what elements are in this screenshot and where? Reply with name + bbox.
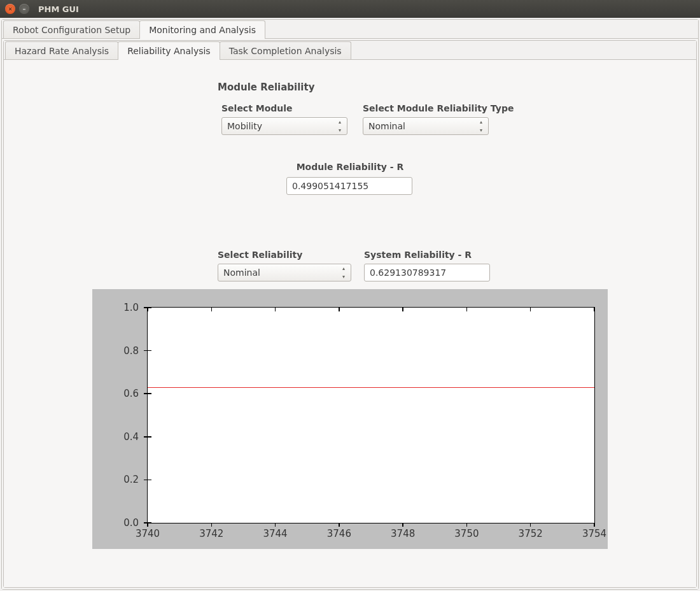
chart-x-tick-label: 3752	[519, 528, 543, 539]
inner-tabstrip: Hazard Rate Analysis Reliability Analysi…	[4, 41, 696, 60]
combo-value: Nominal	[223, 267, 260, 278]
select-module-combo[interactable]: Mobility	[221, 117, 347, 135]
chart-x-tick-label: 3744	[263, 528, 287, 539]
chevron-updown-icon	[339, 266, 348, 280]
system-r-value-field[interactable]: 0.629130789317	[364, 264, 490, 281]
tab-hazard-rate[interactable]: Hazard Rate Analysis	[5, 41, 118, 59]
chart-y-tick-label: 0.0	[123, 517, 139, 529]
entry-value: 0.499051417155	[292, 181, 368, 191]
module-r-label: Module Reliability - R	[286, 162, 414, 172]
tab-monitoring-analysis[interactable]: Monitoring and Analysis	[139, 20, 265, 39]
tab-reliability[interactable]: Reliability Analysis	[118, 41, 220, 60]
tab-label: Monitoring and Analysis	[149, 25, 256, 35]
select-reliability-label: Select Reliability	[218, 250, 351, 260]
tab-label: Reliability Analysis	[127, 46, 211, 56]
entry-value: 0.629130789317	[370, 267, 446, 278]
chart-series-line	[148, 387, 594, 388]
system-r-label: System Reliability - R	[364, 250, 490, 260]
chevron-updown-icon	[335, 119, 344, 133]
combo-value: Nominal	[368, 121, 405, 131]
window-title: PHM GUI	[38, 4, 79, 14]
chart-y-tick-label: 0.2	[123, 474, 139, 485]
tab-label: Hazard Rate Analysis	[15, 46, 109, 56]
close-icon[interactable]	[5, 4, 15, 14]
chart-y-tick-label: 0.8	[123, 345, 139, 357]
tab-robot-config[interactable]: Robot Configuration Setup	[3, 20, 140, 38]
chart-x-tick-label: 3740	[136, 528, 160, 539]
chart-y-tick-label: 0.4	[123, 431, 139, 443]
outer-notebook-body: Hazard Rate Analysis Reliability Analysi…	[2, 39, 698, 589]
client-area: Robot Configuration Setup Monitoring and…	[0, 18, 700, 591]
chart-x-tick-label: 3754	[582, 528, 606, 539]
outer-tabstrip: Robot Configuration Setup Monitoring and…	[2, 20, 698, 39]
chart-x-tick-label: 3742	[199, 528, 223, 539]
chart-x-tick-label: 3750	[454, 528, 479, 539]
select-module-type-combo[interactable]: Nominal	[363, 117, 489, 135]
inner-notebook-body: Module Reliability Select Module Mobilit…	[4, 60, 696, 587]
chart-y-tick-label: 0.6	[123, 388, 139, 399]
combo-value: Mobility	[227, 121, 262, 131]
system-reliability-row: Select Reliability Nominal System Reliab…	[218, 250, 696, 281]
chart-y-tick-label: 1.0	[123, 302, 139, 313]
select-module-label: Select Module	[221, 103, 347, 113]
chevron-updown-icon	[477, 119, 486, 133]
reliability-chart: 0.00.20.40.60.81.03740374237443746374837…	[92, 289, 608, 549]
tab-label: Robot Configuration Setup	[13, 25, 130, 35]
inner-notebook: Hazard Rate Analysis Reliability Analysi…	[3, 40, 697, 588]
select-reliability-combo[interactable]: Nominal	[218, 264, 351, 281]
chart-x-tick-label: 3748	[391, 528, 415, 539]
window-titlebar: PHM GUI	[0, 0, 700, 18]
module-reliability-heading: Module Reliability	[218, 82, 696, 93]
chart-x-tick-label: 3746	[327, 528, 351, 539]
outer-notebook: Robot Configuration Setup Monitoring and…	[1, 19, 699, 590]
select-module-type-label: Select Module Reliability Type	[363, 103, 514, 113]
module-select-row: Select Module Mobility Select Module Rel…	[221, 103, 696, 135]
tab-label: Task Completion Analysis	[229, 46, 342, 56]
minimize-icon[interactable]	[19, 4, 29, 14]
reliability-page: Module Reliability Select Module Mobilit…	[4, 60, 696, 549]
module-r-value-field[interactable]: 0.499051417155	[286, 177, 412, 195]
tab-task-completion[interactable]: Task Completion Analysis	[220, 41, 351, 59]
chart-plot-area: 0.00.20.40.60.81.03740374237443746374837…	[147, 307, 595, 523]
